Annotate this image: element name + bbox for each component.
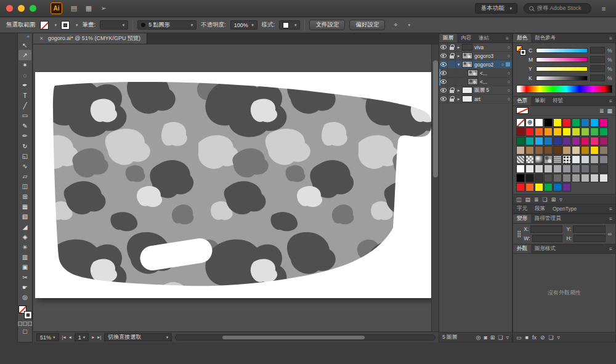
swatch[interactable]: [572, 164, 580, 173]
panel-menu-icon[interactable]: ≡: [606, 214, 615, 223]
lock-icon[interactable]: [450, 99, 454, 102]
visibility-eye-icon[interactable]: [440, 62, 447, 67]
tab-pathfinder[interactable]: 路徑管理員: [531, 214, 565, 223]
swatch[interactable]: [599, 146, 608, 155]
swatch-kinds-icon[interactable]: ▤: [525, 196, 531, 203]
swatch[interactable]: [544, 146, 553, 155]
swatch[interactable]: [599, 164, 608, 173]
lock-icon[interactable]: [450, 47, 454, 50]
swatch[interactable]: [535, 155, 543, 164]
swatch[interactable]: [525, 174, 534, 182]
swatch[interactable]: ⊕: [525, 118, 534, 127]
visibility-eye-icon[interactable]: [440, 54, 447, 58]
visibility-cell[interactable]: [439, 69, 448, 77]
horizontal-scrollbar[interactable]: [175, 334, 436, 341]
swatch[interactable]: [572, 155, 580, 164]
style-select[interactable]: ▾: [279, 20, 300, 30]
share-icon[interactable]: ➢: [97, 4, 110, 12]
vertical-scrollbar[interactable]: [431, 44, 439, 331]
vertical-scrollbar-thumb[interactable]: [433, 60, 438, 177]
workspace-switcher-button[interactable]: 基本功能 ▾: [475, 3, 517, 14]
symbol-sprayer-tool[interactable]: ✳: [18, 242, 31, 252]
new-stroke-icon[interactable]: ▭: [516, 334, 522, 341]
lock-icon[interactable]: [450, 55, 454, 59]
swatch[interactable]: [535, 164, 543, 173]
layer-thumbnail[interactable]: [462, 52, 472, 59]
tab-swatches[interactable]: 色票: [513, 97, 531, 105]
visibility-cell[interactable]: [439, 86, 448, 94]
zoom-window-button[interactable]: [30, 5, 36, 12]
paintbrush-tool[interactable]: ✎: [18, 121, 31, 131]
clip-mask-icon[interactable]: ◙: [484, 334, 487, 341]
layer-thumbnail[interactable]: [468, 70, 478, 76]
tab-appearance[interactable]: 外觀: [513, 245, 531, 253]
lock-cell[interactable]: [448, 95, 456, 103]
magic-wand-tool[interactable]: ✶: [18, 60, 31, 70]
camo-artwork[interactable]: [35, 72, 431, 298]
first-artboard-button[interactable]: |◂: [62, 334, 66, 340]
swatch[interactable]: [562, 137, 571, 145]
rotate-tool[interactable]: ↻: [18, 141, 31, 151]
opacity-input[interactable]: 100% ▾: [230, 20, 257, 30]
swatch[interactable]: [525, 164, 534, 173]
target-icon[interactable]: ○: [508, 54, 510, 58]
mesh-tool[interactable]: ▦: [18, 201, 31, 211]
scale-tool[interactable]: ◱: [18, 151, 31, 161]
layer-thumbnail[interactable]: [462, 61, 472, 68]
lock-cell[interactable]: [448, 60, 456, 68]
fill-color-swatch[interactable]: [40, 21, 49, 30]
swatch[interactable]: [599, 155, 608, 164]
swatch[interactable]: [581, 118, 590, 127]
visibility-cell[interactable]: [439, 78, 448, 86]
reference-point-locator-icon[interactable]: ⣿: [517, 230, 521, 237]
layer-thumbnail[interactable]: [462, 44, 472, 51]
shape-builder-tool[interactable]: ◫: [18, 181, 31, 191]
swatch[interactable]: [553, 118, 562, 127]
hand-tool[interactable]: ☛: [18, 282, 31, 292]
tab-symbols[interactable]: 符號: [549, 97, 567, 105]
swatch[interactable]: [562, 174, 571, 182]
transform-field-input[interactable]: [573, 225, 606, 233]
new-color-group-icon[interactable]: ❏: [543, 196, 548, 203]
minimize-window-button[interactable]: [18, 5, 25, 12]
swatch[interactable]: [525, 183, 534, 192]
channel-slider[interactable]: [536, 67, 588, 71]
target-icon[interactable]: ○: [508, 88, 510, 92]
swatch[interactable]: [535, 118, 543, 127]
swatch[interactable]: [599, 127, 608, 136]
layer-row[interactable]: ▸viva○: [439, 43, 512, 52]
app-menu-icon[interactable]: ≡: [598, 5, 610, 12]
swatch[interactable]: [544, 118, 553, 127]
last-artboard-button[interactable]: ▸|: [97, 334, 101, 340]
tab-properties[interactable]: 內容: [457, 34, 475, 42]
swatch[interactable]: [581, 174, 590, 182]
artboard[interactable]: [35, 72, 431, 298]
channel-value-input[interactable]: [590, 47, 605, 54]
stroke-proxy-swatch[interactable]: [24, 311, 32, 319]
lock-cell[interactable]: [448, 69, 456, 77]
swatch[interactable]: [516, 164, 525, 173]
tab-character[interactable]: 字元: [513, 204, 531, 213]
visibility-cell[interactable]: [439, 52, 448, 60]
target-icon[interactable]: ○: [508, 45, 510, 49]
swatch[interactable]: [572, 174, 580, 182]
swatch[interactable]: [562, 183, 571, 192]
swatch[interactable]: [590, 174, 599, 182]
next-artboard-button[interactable]: ▸: [92, 334, 94, 340]
brush-definition-select[interactable]: 5 點圓形 ▾: [137, 20, 197, 30]
delete-swatch-icon[interactable]: ▿: [559, 196, 562, 203]
swatch[interactable]: [535, 183, 543, 192]
type-tool[interactable]: T: [18, 91, 31, 100]
transform-field-input[interactable]: [532, 235, 563, 242]
swatch[interactable]: [572, 146, 580, 155]
channel-slider[interactable]: [536, 76, 588, 81]
swatch[interactable]: [562, 127, 571, 136]
visibility-eye-icon[interactable]: [440, 88, 447, 92]
target-icon[interactable]: ○: [508, 79, 510, 84]
pencil-tool[interactable]: ✏: [18, 131, 31, 141]
delete-item-icon[interactable]: ▿: [557, 334, 561, 341]
swatch[interactable]: [544, 127, 553, 136]
target-icon[interactable]: ○: [508, 71, 510, 75]
zoom-level-select[interactable]: 51% ▾: [36, 333, 59, 341]
list-view-icon[interactable]: ≣: [599, 108, 604, 114]
